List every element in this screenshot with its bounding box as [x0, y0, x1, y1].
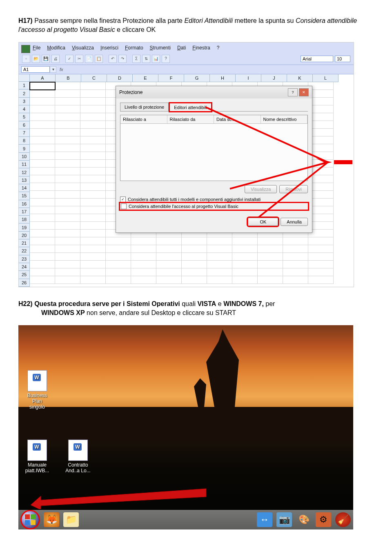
- cell[interactable]: [30, 98, 55, 105]
- row-header[interactable]: 24: [19, 263, 30, 271]
- cell[interactable]: [30, 268, 55, 276]
- cell[interactable]: [207, 268, 232, 276]
- cell[interactable]: [55, 206, 80, 214]
- cell[interactable]: [30, 191, 55, 199]
- rimuovi-button[interactable]: Rimuovi: [279, 185, 308, 193]
- cell[interactable]: [80, 168, 106, 175]
- cell[interactable]: [80, 129, 106, 136]
- cell[interactable]: [106, 237, 131, 245]
- cell[interactable]: [80, 98, 106, 105]
- cell[interactable]: [232, 237, 258, 245]
- cell[interactable]: [283, 245, 308, 253]
- start-button[interactable]: [21, 510, 40, 529]
- cell[interactable]: [131, 261, 156, 268]
- cell[interactable]: [80, 160, 106, 168]
- col-header[interactable]: H: [210, 74, 236, 82]
- name-box[interactable]: A1: [21, 66, 50, 73]
- firefox-icon[interactable]: 🦊: [44, 512, 59, 527]
- col-header[interactable]: A: [30, 74, 56, 82]
- cell[interactable]: [207, 276, 232, 284]
- row-header[interactable]: 1: [19, 82, 30, 89]
- cell[interactable]: [80, 261, 106, 268]
- teamviewer-icon[interactable]: ↔: [257, 512, 272, 527]
- font-name[interactable]: Arial: [301, 56, 333, 62]
- cell[interactable]: [80, 136, 106, 144]
- row-header[interactable]: 6: [19, 121, 30, 129]
- cell[interactable]: [283, 268, 308, 276]
- cell[interactable]: [30, 206, 55, 214]
- explorer-icon[interactable]: 📁: [63, 512, 79, 527]
- cell[interactable]: [30, 183, 55, 191]
- cell[interactable]: [30, 261, 55, 268]
- cell[interactable]: [80, 144, 106, 152]
- menu-file[interactable]: File: [33, 45, 40, 51]
- cut-icon[interactable]: ✂: [75, 55, 83, 63]
- row-header[interactable]: 13: [19, 176, 30, 184]
- cell[interactable]: [30, 105, 55, 113]
- cell[interactable]: [80, 245, 106, 253]
- cell[interactable]: [55, 191, 80, 199]
- row-header[interactable]: 12: [19, 168, 30, 176]
- row-header[interactable]: 2: [19, 89, 30, 97]
- cell[interactable]: [30, 237, 55, 245]
- cell[interactable]: [182, 268, 207, 276]
- cell[interactable]: [55, 105, 80, 113]
- row-header[interactable]: 26: [19, 279, 30, 287]
- cell[interactable]: [30, 245, 55, 253]
- cell[interactable]: [55, 144, 80, 152]
- cell[interactable]: [131, 253, 156, 261]
- help-icon[interactable]: ?: [162, 55, 170, 63]
- ccleaner-icon[interactable]: 🧹: [335, 512, 351, 527]
- row-header[interactable]: 11: [19, 161, 30, 168]
- cell[interactable]: [232, 276, 258, 284]
- cell[interactable]: [131, 276, 156, 284]
- save-icon[interactable]: 💾: [42, 55, 50, 63]
- chart-icon[interactable]: 📊: [152, 55, 160, 63]
- open-icon[interactable]: 📂: [32, 55, 40, 63]
- cell[interactable]: [131, 237, 156, 245]
- cell[interactable]: [30, 90, 55, 98]
- print-icon[interactable]: 🖨: [51, 55, 60, 63]
- cell[interactable]: [55, 253, 80, 261]
- menu-strumenti[interactable]: Strumenti: [150, 45, 171, 51]
- cell[interactable]: [80, 222, 106, 230]
- menu-finestra[interactable]: Finestra: [192, 45, 210, 51]
- row-header[interactable]: 21: [19, 239, 30, 247]
- cell[interactable]: [55, 129, 80, 136]
- cell[interactable]: [308, 276, 334, 284]
- cell[interactable]: [156, 245, 182, 253]
- row-header[interactable]: 8: [19, 137, 30, 145]
- menu-modifica[interactable]: Modifica: [47, 45, 65, 51]
- row-header[interactable]: 17: [19, 208, 30, 216]
- col-header[interactable]: J: [261, 74, 287, 82]
- cell[interactable]: [80, 105, 106, 113]
- cell[interactable]: [55, 168, 80, 175]
- checkbox-trust-addins[interactable]: ✓ Considera attendibili tutti i modelli …: [120, 196, 308, 203]
- cell[interactable]: [55, 121, 80, 129]
- close-icon[interactable]: ✕: [299, 88, 309, 96]
- sort-icon[interactable]: ⇅: [142, 55, 150, 63]
- col-header[interactable]: K: [287, 74, 313, 82]
- name-dropdown[interactable]: ▾: [50, 66, 56, 73]
- cell[interactable]: [30, 168, 55, 175]
- redo-icon[interactable]: ↷: [118, 55, 127, 63]
- cell[interactable]: [55, 136, 80, 144]
- cell[interactable]: [207, 253, 232, 261]
- cell[interactable]: [308, 245, 334, 253]
- cell[interactable]: [106, 261, 131, 268]
- paste-icon[interactable]: 📋: [95, 55, 103, 63]
- cell[interactable]: [30, 121, 55, 129]
- row-header[interactable]: 10: [19, 153, 30, 161]
- cell[interactable]: [106, 276, 131, 284]
- cell[interactable]: [182, 245, 207, 253]
- undo-icon[interactable]: ↶: [109, 55, 117, 63]
- cell[interactable]: [30, 253, 55, 261]
- cell[interactable]: [258, 245, 283, 253]
- row-header[interactable]: 4: [19, 105, 30, 113]
- scanner-icon[interactable]: 📷: [276, 512, 292, 527]
- cell[interactable]: [232, 268, 258, 276]
- cell[interactable]: [106, 245, 131, 253]
- col-header[interactable]: B: [56, 74, 81, 82]
- menu-help[interactable]: ?: [217, 45, 220, 51]
- cell[interactable]: [30, 230, 55, 237]
